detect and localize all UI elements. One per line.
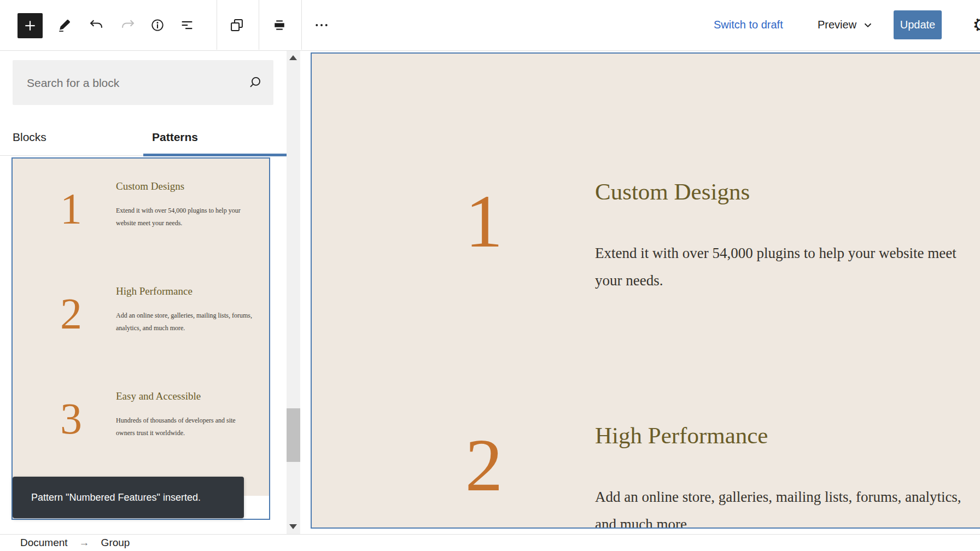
list-view-icon: [179, 17, 195, 33]
group-block-button[interactable]: [266, 12, 293, 38]
arrow-right-icon: →: [79, 537, 90, 549]
chevron-down-icon: [862, 19, 874, 31]
edit-tool-button[interactable]: [51, 12, 78, 38]
editor-toolbar: Switch to draft Preview Update ⚙: [0, 0, 980, 51]
breadcrumb-document[interactable]: Document: [20, 537, 68, 549]
redo-button[interactable]: [115, 12, 141, 38]
scrollbar-thumb[interactable]: [287, 408, 300, 462]
feature-description: Extend it with over 54,000 plugins to he…: [116, 204, 254, 230]
tab-blocks[interactable]: Blocks: [0, 119, 143, 156]
select-parent-button[interactable]: [224, 12, 250, 38]
feature-number: 1: [438, 184, 530, 259]
toolbar-separator: [301, 0, 302, 50]
feature-title: High Performance: [116, 285, 257, 297]
feature-title[interactable]: Custom Designs: [595, 178, 750, 205]
options-button[interactable]: [308, 12, 335, 38]
overlapping-squares-icon: [229, 17, 244, 33]
switch-to-draft-button[interactable]: Switch to draft: [710, 0, 786, 50]
snackbar-notice[interactable]: Pattern "Numbered Features" inserted.: [13, 477, 244, 518]
feature-number: 2: [41, 292, 101, 336]
feature-description: Add an online store, galleries, mailing …: [116, 309, 254, 335]
feature-number: 3: [41, 397, 101, 441]
editor-canvas: 1 Custom Designs Extend it with over 54,…: [300, 50, 980, 534]
feature-description[interactable]: Add an online store, galleries, mailing …: [595, 483, 967, 529]
feature-title: Easy and Accessible: [116, 390, 257, 402]
breadcrumb-group[interactable]: Group: [101, 537, 130, 549]
pencil-icon: [57, 18, 72, 32]
search-icon: [248, 75, 264, 90]
preview-button[interactable]: Preview: [814, 0, 877, 50]
inserter-tabs: Blocks Patterns: [0, 119, 287, 156]
toolbar-separator: [259, 0, 259, 50]
pattern-preview-card[interactable]: 1 Custom Designs Extend it with over 54,…: [11, 157, 270, 520]
wordpress-block-editor: Switch to draft Preview Update ⚙ Blocks …: [0, 0, 980, 551]
feature-description[interactable]: Extend it with over 54,000 plugins to he…: [595, 239, 967, 294]
feature-number: 2: [438, 427, 530, 503]
undo-button[interactable]: [83, 12, 109, 38]
block-inserter-panel: Blocks Patterns 1 Custom Designs Extend …: [0, 50, 287, 534]
sidebar-scrollbar[interactable]: [287, 50, 300, 534]
scroll-down-arrow-icon[interactable]: [289, 524, 297, 529]
feature-number: 1: [41, 187, 101, 231]
settings-gear-icon[interactable]: ⚙: [969, 0, 980, 50]
undo-icon: [89, 17, 104, 33]
preview-label: Preview: [818, 19, 856, 31]
feature-title[interactable]: High Performance: [595, 422, 768, 449]
redo-icon: [120, 17, 136, 33]
details-button[interactable]: [144, 12, 171, 38]
search-input[interactable]: [26, 60, 241, 106]
feature-description: Hundreds of thousands of developers and …: [116, 414, 254, 439]
snackbar-message: Pattern "Numbered Features" inserted.: [31, 492, 201, 503]
selected-group-block[interactable]: 1 Custom Designs Extend it with over 54,…: [311, 52, 980, 529]
plus-icon: [23, 19, 37, 33]
list-view-button[interactable]: [174, 12, 200, 38]
block-search-box: [13, 60, 273, 105]
add-block-button[interactable]: [18, 13, 43, 38]
toolbar-separator: [217, 0, 217, 50]
update-button[interactable]: Update: [894, 10, 942, 39]
info-icon: [150, 17, 165, 33]
ellipsis-icon: [313, 17, 330, 33]
breadcrumb: Document → Group: [0, 534, 980, 551]
scroll-up-arrow-icon[interactable]: [289, 55, 297, 60]
feature-title: Custom Designs: [116, 180, 257, 192]
tab-patterns[interactable]: Patterns: [143, 119, 287, 156]
group-block-icon: [272, 17, 287, 33]
